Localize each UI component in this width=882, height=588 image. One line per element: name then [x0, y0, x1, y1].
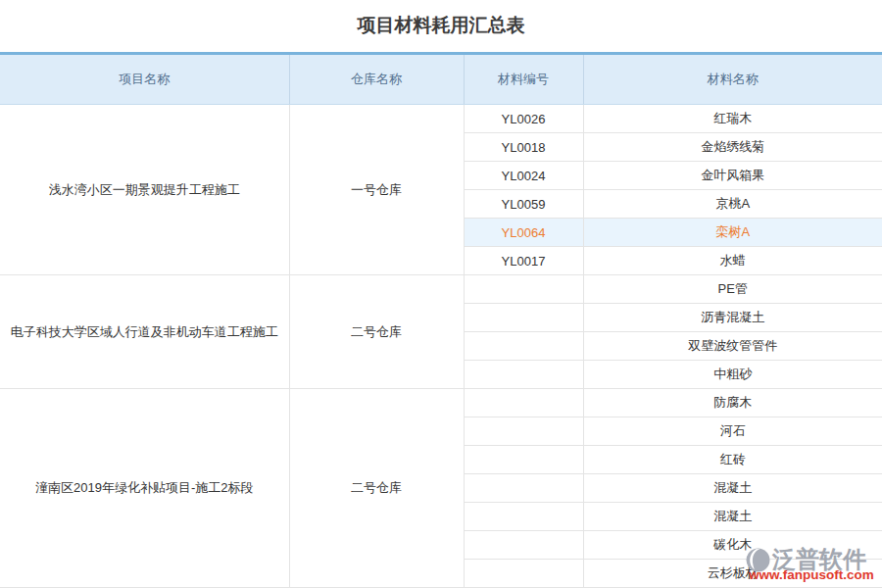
warehouse-name-cell: 二号仓库 — [289, 275, 464, 389]
material-code-cell: YL0059 — [464, 190, 583, 219]
material-name-cell[interactable]: 混凝土 — [583, 474, 882, 503]
material-code-cell — [464, 417, 583, 446]
material-name-cell[interactable]: 沥青混凝土 — [583, 304, 882, 332]
material-code-cell — [464, 503, 583, 531]
column-header-warehouse: 仓库名称 — [289, 54, 464, 105]
material-name-cell[interactable]: 防腐木 — [583, 389, 882, 417]
material-summary-table: 项目名称 仓库名称 材料编号 材料名称 浅水湾小区一期景观提升工程施工 一号仓库… — [0, 52, 882, 588]
column-header-project: 项目名称 — [0, 54, 289, 105]
material-name-cell[interactable]: 中粗砂 — [583, 361, 882, 389]
material-code-cell: YL0024 — [464, 162, 583, 190]
material-name-cell[interactable]: 京桃A — [583, 190, 882, 219]
material-name-cell[interactable]: 金叶风箱果 — [583, 162, 882, 190]
material-code-cell — [464, 332, 583, 361]
table-row[interactable]: 潼南区2019年绿化补贴项目-施工2标段 二号仓库 防腐木 — [0, 389, 882, 417]
column-header-material-name: 材料名称 — [583, 54, 882, 105]
table-row[interactable]: 电子科技大学区域人行道及非机动车道工程施工 二号仓库 PE管 — [0, 275, 882, 304]
material-name-cell[interactable]: 混凝土 — [583, 503, 882, 531]
material-code-cell — [464, 446, 583, 474]
material-name-cell[interactable]: 栾树A — [583, 219, 882, 247]
project-name-cell[interactable]: 潼南区2019年绿化补贴项目-施工2标段 — [0, 389, 289, 588]
material-name-cell[interactable]: 水蜡 — [583, 247, 882, 275]
header-row: 项目名称 仓库名称 材料编号 材料名称 — [0, 54, 882, 105]
warehouse-name-cell: 一号仓库 — [289, 105, 464, 275]
material-code-cell: YL0064 — [464, 219, 583, 247]
material-code-cell — [464, 361, 583, 389]
material-name-cell[interactable]: 红砖 — [583, 446, 882, 474]
material-code-cell — [464, 474, 583, 503]
table-row[interactable]: 浅水湾小区一期景观提升工程施工 一号仓库 YL0026 红瑞木 — [0, 105, 882, 133]
material-code-cell — [464, 389, 583, 417]
project-name-cell[interactable]: 浅水湾小区一期景观提升工程施工 — [0, 105, 289, 275]
material-code-cell — [464, 560, 583, 588]
material-name-cell[interactable]: 碳化木 — [583, 531, 882, 560]
material-code-cell: YL0017 — [464, 247, 583, 275]
page-title: 项目材料耗用汇总表 — [0, 0, 882, 52]
material-code-cell — [464, 275, 583, 304]
material-name-cell[interactable]: 云杉板材 — [583, 560, 882, 588]
material-name-cell[interactable]: PE管 — [583, 275, 882, 304]
warehouse-name-cell: 二号仓库 — [289, 389, 464, 588]
column-header-material-code: 材料编号 — [464, 54, 583, 105]
material-code-cell: YL0026 — [464, 105, 583, 133]
material-name-cell[interactable]: 金焰绣线菊 — [583, 133, 882, 162]
material-code-cell — [464, 304, 583, 332]
material-code-cell: YL0018 — [464, 133, 583, 162]
material-name-cell[interactable]: 河石 — [583, 417, 882, 446]
project-name-cell[interactable]: 电子科技大学区域人行道及非机动车道工程施工 — [0, 275, 289, 389]
material-name-cell[interactable]: 双壁波纹管管件 — [583, 332, 882, 361]
material-code-cell — [464, 531, 583, 560]
material-name-cell[interactable]: 红瑞木 — [583, 105, 882, 133]
